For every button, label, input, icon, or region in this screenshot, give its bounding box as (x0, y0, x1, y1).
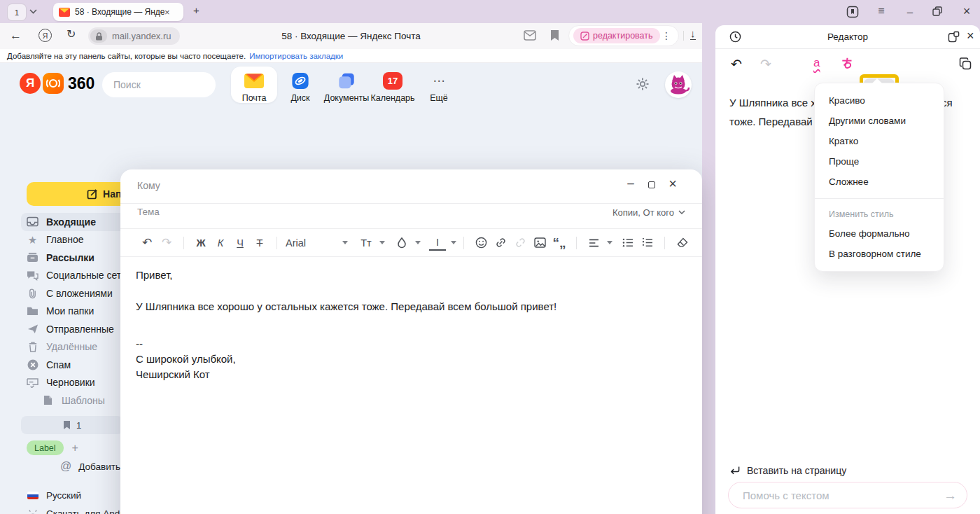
import-bookmarks-link[interactable]: Импортировать закладки (249, 52, 343, 60)
avatar[interactable] (665, 71, 692, 98)
edit-pencil-icon (580, 32, 589, 41)
yandex-protect-icon[interactable]: Я (38, 29, 52, 42)
label-tag[interactable]: Label (27, 440, 64, 455)
tab-count-button[interactable]: 1 (7, 4, 27, 21)
panel-close-icon[interactable]: × (967, 29, 974, 42)
add-label-icon[interactable]: + (72, 443, 78, 454)
app-mail[interactable]: Почта (231, 67, 277, 103)
reload-icon[interactable]: ↻ (66, 29, 76, 40)
folder-label: Удалённые (46, 341, 97, 352)
insert-to-page-button[interactable]: Вставить на страницу (729, 465, 846, 476)
compose-restore-icon[interactable] (645, 178, 659, 192)
to-field[interactable] (136, 179, 489, 192)
bullet-list-button[interactable] (620, 234, 636, 252)
clear-format-button[interactable] (673, 234, 690, 252)
undo-icon[interactable]: ↶ (139, 234, 155, 252)
active-tab[interactable]: 58 · Входящие — Яндек × (53, 3, 183, 21)
panel-redo-icon[interactable]: ↷ (760, 57, 771, 71)
download-icon[interactable]: ↓ (690, 28, 696, 40)
editor-toolbar: ↶ ↷ а (715, 50, 980, 81)
logo-360-tile (43, 73, 64, 94)
folder-icon (27, 306, 38, 316)
menu-item-brief[interactable]: Кратко (815, 131, 944, 151)
app-more[interactable]: ⋯ Ещё (416, 67, 462, 103)
edit-kebab-icon[interactable]: ⋮ (662, 31, 671, 41)
align-button[interactable] (585, 234, 602, 252)
highlight-droplet-icon (397, 237, 407, 249)
cc-from-toggle[interactable]: Копии, От кого (612, 207, 685, 218)
link-button[interactable] (492, 234, 509, 252)
bold-button[interactable]: Ж (192, 234, 209, 252)
menu-item-simpler[interactable]: Проще (815, 151, 944, 172)
history-clock-icon[interactable] (729, 31, 741, 43)
sent-plane-icon (27, 324, 38, 334)
numbered-list-icon (642, 238, 653, 247)
search-box[interactable] (102, 72, 216, 97)
strikethrough-button[interactable]: Т (251, 234, 268, 252)
yandex360-logo[interactable]: Я 360 (20, 73, 94, 94)
divider (120, 256, 702, 257)
browser-menu-icon[interactable]: ≡ (874, 4, 889, 19)
copy-icon[interactable] (959, 57, 972, 70)
redo-icon[interactable]: ↷ (158, 234, 175, 252)
image-icon (534, 237, 546, 248)
footer-link-label: Скачать для Andro (46, 508, 128, 514)
message-body[interactable]: Привет, У Шляпника все хорошо у остальны… (136, 268, 668, 382)
font-family-select[interactable]: Arial (286, 234, 337, 252)
font-size-button[interactable]: Тт (358, 234, 374, 252)
window-restore-icon[interactable] (932, 6, 942, 16)
menu-item-formal[interactable]: Более формально (815, 223, 944, 244)
translate-button[interactable] (840, 56, 855, 71)
tab-close-icon[interactable]: × (164, 8, 170, 17)
insert-image-button[interactable] (531, 234, 548, 252)
smiley-icon (475, 237, 487, 249)
settings-gear-icon[interactable] (636, 77, 650, 91)
tabs-chevron-down-icon[interactable] (29, 9, 37, 14)
toolbar-divider (683, 31, 684, 41)
edit-badge[interactable]: редактировать (573, 28, 660, 43)
subject-field[interactable] (136, 206, 489, 218)
mail-notify-icon[interactable] (524, 30, 536, 41)
drafts-icon (27, 377, 38, 388)
compose-close-icon[interactable]: × (666, 176, 680, 190)
russian-flag-icon (27, 492, 38, 499)
menu-item-complex[interactable]: Сложнее (815, 172, 944, 192)
browser-window: 1 58 · Входящие — Яндек × + ≡ – × ← Я ↻ … (0, 0, 980, 514)
signature-line2: Чеширский Кот (136, 367, 668, 382)
highlight-color-button[interactable] (393, 234, 410, 252)
compose-minimize-icon[interactable]: – (624, 176, 638, 190)
address-bar[interactable]: mail.yandex.ru (88, 27, 180, 45)
app-docs[interactable]: Документы (323, 67, 370, 103)
app-docs-label: Документы (324, 93, 369, 103)
lock-pill[interactable] (90, 29, 107, 43)
open-in-window-icon[interactable] (948, 31, 960, 43)
spellcheck-button[interactable]: а (813, 56, 820, 70)
underline-button[interactable]: Ч (232, 234, 248, 252)
unlink-button[interactable] (512, 234, 528, 252)
emoji-button[interactable] (472, 234, 489, 252)
app-disk[interactable]: Диск (277, 67, 323, 103)
numbered-list-button[interactable] (639, 234, 656, 252)
menu-item-conversational[interactable]: В разговорном стиле (815, 244, 944, 264)
link-icon (495, 237, 507, 249)
side-panels-icon[interactable] (846, 6, 859, 18)
new-tab-icon[interactable]: + (193, 5, 200, 15)
quote-icon[interactable]: “„ (551, 234, 568, 252)
body-greeting: Привет, (136, 268, 668, 283)
app-calendar[interactable]: 17 Календарь (370, 67, 416, 103)
search-input[interactable] (112, 78, 241, 91)
submit-arrow-icon[interactable]: → (944, 489, 957, 502)
inbox-icon (27, 216, 38, 227)
menu-item-beautiful[interactable]: Красиво (815, 90, 944, 111)
window-minimize-icon[interactable]: – (902, 4, 918, 19)
text-color-button[interactable]: I (429, 235, 446, 251)
panel-undo-icon[interactable]: ↶ (731, 57, 742, 71)
ai-prompt-input[interactable] (741, 489, 944, 502)
bookmark-counter[interactable]: 1 (21, 416, 123, 434)
window-close-icon[interactable]: × (959, 4, 974, 19)
italic-button[interactable]: К (212, 234, 229, 252)
back-icon[interactable]: ← (10, 29, 22, 41)
bookmark-icon[interactable] (550, 29, 559, 41)
mail-page: Я 360 Почта Диск Документы 17 (0, 63, 702, 514)
menu-item-other-words[interactable]: Другими словами (815, 111, 944, 131)
